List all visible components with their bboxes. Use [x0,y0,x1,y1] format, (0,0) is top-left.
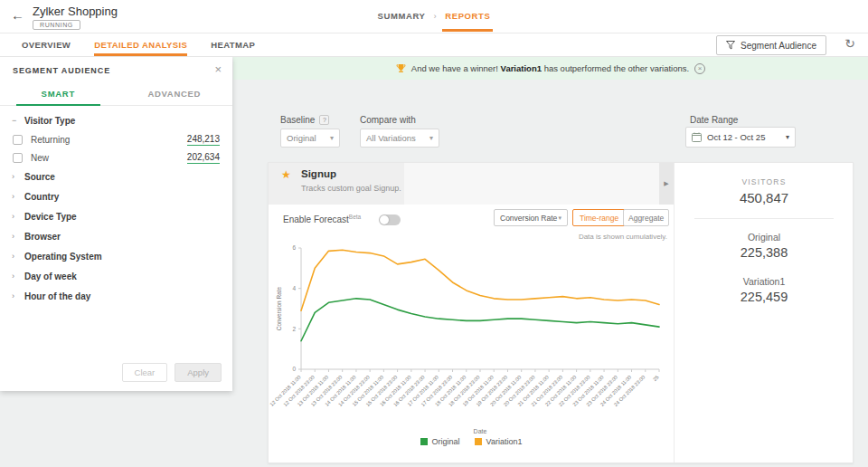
legend-label: Variation1 [486,437,523,446]
metric-value: Conversion Rate [500,214,557,223]
goal-title: Signup [301,168,336,179]
banner-text: And we have a winner! Variation1 has out… [411,63,689,73]
segment-group-device-type[interactable]: ›Device Type [0,206,232,226]
apply-button[interactable]: Apply [175,363,222,382]
dismiss-x: × [698,65,703,72]
segment-panel-tabs: SMART ADVANCED [0,82,232,106]
legend-swatch-icon [475,438,482,445]
stat-variation-label: Variation1 [675,276,854,287]
calendar-icon [692,132,702,142]
next-goal-arrow-icon[interactable]: ▶ [659,163,674,205]
app-header: ← Zylker Shopping RUNNING SUMMARY › REPO… [0,0,868,33]
stat-variation-value: 225,459 [675,290,854,304]
report-tabbar: OVERVIEW DETAILED ANALYSIS HEATMAP Segme… [0,33,868,57]
legend-item: Original [420,437,460,446]
refresh-icon[interactable]: ↻ [844,36,855,51]
clear-button[interactable]: Clear [122,363,168,382]
segment-audience-button[interactable]: Segment Audience [716,35,826,55]
report-card: ★ Signup Tracks custom goal Signup. ▶ En… [268,162,854,463]
stats-column: VISITORS 450,847 Original 225,388 Variat… [674,163,854,462]
expand-icon[interactable]: › [12,212,24,221]
stat-original-label: Original [675,232,854,243]
enable-forecast-label: Enable ForecastBeta [283,214,361,224]
stat-original-value: 225,388 [675,245,854,260]
tab-overview[interactable]: OVERVIEW [22,33,71,56]
segment-group-label: Visitor Type [24,116,75,126]
expand-icon[interactable]: › [12,291,24,300]
aggregate-button[interactable]: Aggregate [623,209,669,226]
breadcrumb-summary[interactable]: SUMMARY [378,11,426,21]
compare-label-text: Compare with [360,115,416,125]
segment-group-operating-system[interactable]: ›Operating System [0,246,232,266]
segment-panel-header: SEGMENT AUDIENCE × [0,57,232,82]
baseline-dropdown[interactable]: Original ▾ [280,129,340,148]
expand-icon[interactable]: › [12,172,24,181]
segment-group-day-of-week[interactable]: ›Day of week [0,266,232,286]
chart-note: Data is shown cumulatively. [269,233,667,241]
compare-with-label: Compare with [360,115,416,125]
visitors-value: 450,847 [675,190,854,205]
date-range-dropdown[interactable]: Oct 12 - Oct 25 ▾ [685,127,796,148]
conversion-chart: 024612 Oct 2018 11:0012 Oct 2018 23:0013… [274,243,668,436]
baseline-value: Original [287,133,316,143]
expand-icon[interactable]: › [12,252,24,261]
checkbox[interactable] [13,153,23,163]
segment-group-hour-of-the-day[interactable]: ›Hour of the day [0,286,232,306]
segment-group-browser[interactable]: ›Browser [0,226,232,246]
chevron-down-icon: ▾ [786,133,789,141]
time-range-button[interactable]: Time-range [572,209,626,226]
tab-smart[interactable]: SMART [0,82,117,105]
segment-group-label: Country [24,192,59,202]
svg-text:6: 6 [292,244,296,251]
chart-area: 024612 Oct 2018 11:0012 Oct 2018 23:0013… [274,243,668,436]
help-icon[interactable]: ? [319,115,329,125]
segment-option-returning[interactable]: Returning248,213 [0,130,232,148]
tab-heatmap[interactable]: HEATMAP [211,33,255,56]
beta-tag: Beta [349,214,361,220]
segment-group-label: Browser [24,232,61,242]
banner-highlight: Variation1 [501,63,542,73]
expand-icon[interactable]: › [12,192,24,201]
segment-group-label: Operating System [24,252,102,262]
expand-icon[interactable]: › [12,232,24,241]
segment-panel-actions: Clear Apply [122,363,222,382]
segment-audience-label: Segment Audience [741,41,816,51]
segment-option-value: 248,213 [187,134,220,146]
segment-group-visitor-type[interactable]: −Visitor Type [0,110,232,130]
legend-label: Original [432,437,460,446]
dismiss-banner-icon[interactable]: × [694,63,705,74]
goal-subtitle: Tracks custom goal Signup. [301,184,401,193]
chart-legend: OriginalVariation1 [274,437,668,446]
compare-with-dropdown[interactable]: All Variations ▾ [360,129,439,148]
svg-text:25: 25 [652,374,660,382]
close-icon[interactable]: × [214,62,222,76]
expand-icon[interactable]: › [12,272,24,281]
checkbox[interactable] [13,135,23,145]
breadcrumb-reports[interactable]: REPORTS [445,11,490,21]
date-range-label: Date Range [690,115,738,125]
segment-group-label: Hour of the day [24,291,90,301]
svg-text:Date: Date [474,428,487,434]
legend-item: Variation1 [475,437,523,446]
segment-audience-panel: SEGMENT AUDIENCE × SMART ADVANCED −Visit… [0,57,232,391]
segment-group-label: Day of week [24,272,77,281]
stats-divider [694,218,834,219]
segment-option-label: Returning [31,135,187,145]
tab-advanced[interactable]: ADVANCED [117,82,233,105]
segment-panel-title: SEGMENT AUDIENCE [13,66,110,75]
funnel-icon [726,41,735,50]
star-icon: ★ [281,168,291,181]
tab-detailed-analysis[interactable]: DETAILED ANALYSIS [94,33,187,56]
svg-text:0: 0 [292,366,296,372]
segment-group-country[interactable]: ›Country [0,186,232,206]
visitors-label: VISITORS [675,177,854,186]
collapse-icon[interactable]: − [12,116,24,125]
forecast-text: Enable Forecast [283,214,349,224]
chevron-down-icon: ▾ [330,134,334,142]
metric-dropdown[interactable]: Conversion Rate ▾ [494,209,568,226]
legend-swatch-icon [420,438,428,445]
segment-option-new[interactable]: New202,634 [0,148,232,167]
forecast-toggle[interactable] [379,214,401,225]
segment-group-source[interactable]: ›Source [0,167,232,186]
baseline-label: Baseline ? [280,115,329,125]
